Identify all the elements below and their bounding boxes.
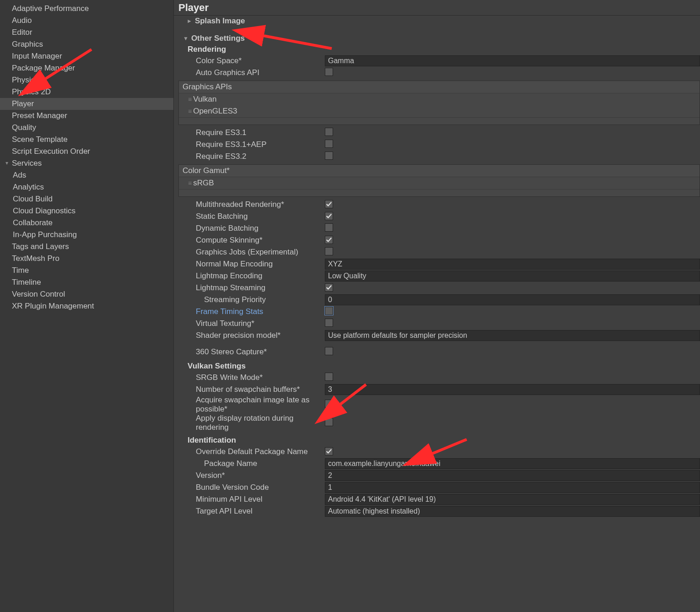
drag-handle-icon[interactable]: ≡ [188, 108, 190, 115]
drag-handle-icon[interactable]: ≡ [188, 179, 190, 187]
sidebar-item-player[interactable]: Player [0, 98, 173, 110]
sidebar-item-physics-2d[interactable]: Physics 2D [0, 86, 173, 98]
checkbox-graphics-jobs[interactable] [325, 247, 333, 255]
checkbox-acquire-late[interactable] [325, 400, 333, 408]
section-vulkan: Vulkan Settings [178, 361, 700, 372]
sidebar-item-input-manager[interactable]: Input Manager [0, 50, 173, 62]
sidebar-item-ads[interactable]: Ads [0, 169, 173, 181]
sidebar-item-version-control[interactable]: Version Control [0, 288, 173, 300]
label-360-stereo: 360 Stereo Capture* [188, 347, 325, 357]
sidebar-item-label: Audio [12, 16, 32, 26]
list-header: Color Gamut* [179, 165, 700, 177]
input-package-name[interactable]: com.example.lianyungame.huawei [325, 458, 700, 469]
checkbox-auto-graphics-api[interactable] [325, 68, 333, 76]
foldout-splash-image[interactable]: ► Splash Image [178, 16, 700, 27]
sidebar-item-label: Physics 2D [12, 87, 51, 97]
checkbox-virtual-texturing[interactable] [325, 319, 333, 327]
checkbox-srgb-write[interactable] [325, 373, 333, 381]
chevron-down-icon: ▾ [5, 158, 11, 168]
page-title: Player [174, 0, 700, 16]
dropdown-color-space[interactable]: Gamma [325, 55, 700, 66]
sidebar-item-label: Player [12, 99, 34, 109]
sidebar-item-label: Graphics [12, 39, 43, 49]
checkbox-require-es31[interactable] [325, 128, 333, 136]
list-item[interactable]: ≡OpenGLES3 [179, 105, 700, 117]
sidebar-item-label: Time [12, 265, 29, 276]
dropdown-min-api[interactable]: Android 4.4 'KitKat' (API level 19) [325, 494, 700, 505]
checkbox-compute-skinning[interactable] [325, 236, 333, 244]
label-dynamic-batching: Dynamic Batching [188, 224, 325, 233]
checkbox-frame-timing-stats[interactable] [325, 307, 333, 315]
checkbox-require-es31aep[interactable] [325, 140, 333, 148]
label-lightmap-streaming: Lightmap Streaming [188, 283, 325, 292]
checkbox-360-stereo[interactable] [325, 347, 333, 355]
label-version: Version* [188, 471, 325, 480]
input-bundle-code[interactable]: 1 [325, 482, 700, 493]
sidebar-item-label: Tags and Layers [12, 242, 69, 252]
sidebar-item-textmesh-pro[interactable]: TextMesh Pro [0, 253, 173, 265]
dropdown-normal-map[interactable]: XYZ [325, 259, 700, 270]
sidebar-item-label: Quality [12, 123, 36, 133]
sidebar-item-collaborate[interactable]: Collaborate [0, 217, 173, 229]
checkbox-lightmap-streaming[interactable] [325, 283, 333, 292]
list-item[interactable]: ≡Vulkan [179, 93, 700, 105]
sidebar-item-audio[interactable]: Audio [0, 15, 173, 27]
label-require-es31: Require ES3.1 [188, 128, 325, 137]
sidebar-item-cloud-build[interactable]: Cloud Build [0, 193, 173, 205]
sidebar-item-label: Ads [13, 170, 26, 180]
label-multithreaded: Multithreaded Rendering* [188, 200, 325, 209]
dropdown-target-api[interactable]: Automatic (highest installed) [325, 506, 700, 517]
checkbox-dynamic-batching[interactable] [325, 223, 333, 232]
input-streaming-priority[interactable]: 0 [325, 294, 700, 305]
sidebar-item-in-app-purchasing[interactable]: In-App Purchasing [0, 229, 173, 241]
sidebar-item-time[interactable]: Time [0, 265, 173, 276]
foldout-other-settings[interactable]: ▼ Other Settings [178, 33, 700, 44]
sidebar-item-label: Adaptive Performance [12, 4, 89, 14]
sidebar-item-timeline[interactable]: Timeline [0, 276, 173, 288]
input-swapchain-buffers[interactable]: 3 [325, 384, 700, 395]
label-target-api: Target API Level [188, 507, 325, 516]
drag-handle-icon[interactable]: ≡ [188, 96, 190, 103]
sidebar-item-cloud-diagnostics[interactable]: Cloud Diagnostics [0, 205, 173, 217]
sidebar-item-label: Editor [12, 27, 32, 38]
sidebar-item-tags-and-layers[interactable]: Tags and Layers [0, 241, 173, 253]
sidebar-item-adaptive-performance[interactable]: Adaptive Performance [0, 3, 173, 15]
dropdown-shader-precision[interactable]: Use platform defaults for sampler precis… [325, 330, 700, 341]
sidebar-item-scene-template[interactable]: Scene Template [0, 134, 173, 146]
sidebar-item-label: Input Manager [12, 51, 62, 61]
label-acquire-late: Acquire swapchain image late as possible… [188, 395, 325, 414]
label-frame-timing-stats[interactable]: Frame Timing Stats [188, 307, 325, 316]
sidebar-item-label: Physics [12, 75, 39, 85]
sidebar-item-preset-manager[interactable]: Preset Manager [0, 110, 173, 122]
label-swapchain-buffers: Number of swapchain buffers* [188, 385, 325, 394]
checkbox-override-package[interactable] [325, 447, 333, 455]
sidebar-item-graphics[interactable]: Graphics [0, 38, 173, 50]
sidebar-item-editor[interactable]: Editor [0, 27, 173, 38]
checkbox-display-rotation[interactable] [325, 418, 333, 426]
label-virtual-texturing: Virtual Texturing* [188, 319, 325, 328]
list-header: Graphics APIs [179, 81, 700, 93]
sidebar-item-package-manager[interactable]: Package Manager [0, 62, 173, 74]
dropdown-lightmap-encoding[interactable]: Low Quality [325, 271, 700, 282]
sidebar-item-physics[interactable]: Physics [0, 74, 173, 86]
chevron-right-icon: ► [187, 18, 192, 24]
sidebar-item-script-execution-order[interactable]: Script Execution Order [0, 146, 173, 157]
input-version[interactable]: 2 [325, 470, 700, 481]
label-static-batching: Static Batching [188, 212, 325, 221]
sidebar-item-analytics[interactable]: Analytics [0, 181, 173, 193]
checkbox-static-batching[interactable] [325, 212, 333, 220]
list-item[interactable]: ≡sRGB [179, 177, 700, 189]
label-require-es32: Require ES3.2 [188, 152, 325, 161]
foldout-label: Other Settings [191, 34, 245, 43]
checkbox-multithreaded[interactable] [325, 200, 333, 208]
sidebar-item-quality[interactable]: Quality [0, 122, 173, 134]
checkbox-require-es32[interactable] [325, 152, 333, 160]
sidebar-item-label: Collaborate [13, 218, 53, 228]
label-lightmap-encoding: Lightmap Encoding [188, 271, 325, 281]
sidebar-item-label: Script Execution Order [12, 146, 90, 157]
sidebar-item-label: In-App Purchasing [13, 230, 77, 240]
foldout-label: Splash Image [195, 16, 245, 26]
sidebar-item-xr-plugin-management[interactable]: XR Plugin Management [0, 300, 173, 312]
sidebar-item-label: Package Manager [12, 63, 75, 73]
sidebar-item-services[interactable]: ▾Services [0, 157, 173, 169]
